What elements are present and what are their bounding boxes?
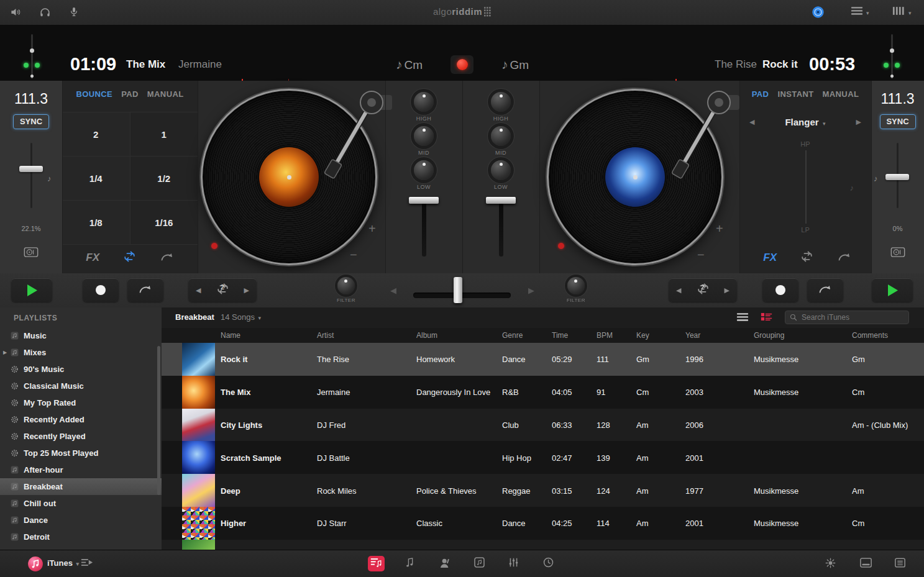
- fx-slider[interactable]: [805, 150, 807, 224]
- artists-icon[interactable]: [439, 557, 451, 571]
- left-level-meter[interactable]: [31, 34, 33, 79]
- tab-bounce[interactable]: BOUNCE: [76, 89, 112, 99]
- bounce-mode-icon[interactable]: [838, 252, 851, 265]
- sidebar-item-recently-played[interactable]: Recently Played: [0, 428, 162, 445]
- table-row[interactable]: City LightsDJ FredClub06:33128Am2006Am -…: [162, 409, 924, 442]
- music-note-icon[interactable]: [405, 557, 414, 570]
- table-row[interactable]: Scratch SampleDJ BattleHip Hop02:47139Am…: [162, 441, 924, 474]
- search-input[interactable]: [800, 312, 904, 322]
- column-header-artist[interactable]: Artist: [317, 331, 334, 340]
- left-bounce-button[interactable]: [127, 278, 163, 302]
- display-icon[interactable]: [860, 558, 872, 570]
- song-count[interactable]: 14 Songs ▾: [221, 312, 261, 322]
- albums-icon[interactable]: [474, 557, 485, 570]
- right-pitch-plus-button[interactable]: +: [716, 222, 723, 235]
- fx-next-icon[interactable]: ▶: [856, 118, 861, 126]
- crossfade-left-icon[interactable]: ◀: [390, 286, 396, 295]
- source-selector[interactable]: iTunes ▾: [47, 558, 79, 568]
- keymatch-note-icon[interactable]: ♪: [874, 174, 878, 183]
- column-header-grouping[interactable]: Grouping: [754, 331, 784, 340]
- sidebar-item-mixes[interactable]: ▶Mixes: [0, 344, 162, 361]
- right-deck-view-icon[interactable]: [890, 247, 905, 260]
- sidebar-item-recently-added[interactable]: Recently Added: [0, 411, 162, 428]
- left-filter-knob[interactable]: FILTER: [337, 277, 355, 303]
- loop-decrease-icon[interactable]: ◀: [193, 286, 203, 294]
- sidebar-item-breakbeat[interactable]: Breakbeat: [0, 478, 162, 495]
- column-header-comments[interactable]: Comments: [852, 331, 888, 340]
- loop-increase-icon[interactable]: ▶: [242, 286, 252, 294]
- tab-manual[interactable]: MANUAL: [147, 89, 184, 99]
- right-tempo-handle[interactable]: [885, 174, 909, 180]
- loop-pad-1-2[interactable]: 1/2: [130, 157, 198, 200]
- tab-manual[interactable]: MANUAL: [823, 89, 859, 99]
- sidebar-item-detroit[interactable]: Detroit: [0, 529, 162, 545]
- fx-mode-icon[interactable]: FX: [86, 252, 99, 264]
- column-header-bpm[interactable]: BPM: [597, 331, 613, 340]
- loop-pad-1[interactable]: 1: [130, 112, 198, 156]
- tab-pad[interactable]: PAD: [752, 89, 769, 99]
- column-header-album[interactable]: Album: [416, 331, 437, 340]
- sidebar-item-chill-out[interactable]: Chill out: [0, 495, 162, 512]
- loop-pad-2[interactable]: 2: [62, 112, 130, 156]
- left-tempo-slider[interactable]: [30, 143, 32, 208]
- volume-fader[interactable]: [482, 197, 519, 259]
- eq-knob-low[interactable]: [491, 160, 511, 180]
- column-header-key[interactable]: Key: [636, 331, 649, 340]
- history-clock-icon[interactable]: [543, 557, 554, 570]
- eq-knob-high[interactable]: [491, 92, 511, 112]
- left-cue-button[interactable]: [83, 278, 119, 302]
- right-cue-button[interactable]: [762, 278, 798, 302]
- queue-icon[interactable]: [895, 558, 905, 570]
- artwork-view-icon[interactable]: [761, 312, 772, 324]
- left-meter-handle[interactable]: [30, 48, 34, 53]
- column-header-year[interactable]: Year: [685, 331, 700, 340]
- sidebar-item-dance[interactable]: Dance: [0, 512, 162, 529]
- eq-knob-mid[interactable]: [414, 126, 434, 146]
- right-pitch-minus-button[interactable]: −: [697, 248, 705, 261]
- brightness-icon[interactable]: [825, 558, 836, 571]
- table-row[interactable]: The MixJermaineDangerously In LoveR&B04:…: [162, 376, 924, 409]
- column-header-name[interactable]: Name: [221, 331, 240, 340]
- tab-pad[interactable]: PAD: [121, 89, 139, 99]
- left-tonearm[interactable]: [314, 84, 395, 192]
- crossfader-handle[interactable]: [454, 277, 462, 303]
- left-play-button[interactable]: [11, 278, 52, 302]
- fx-mode-icon[interactable]: FX: [763, 252, 777, 264]
- right-tonearm[interactable]: [661, 84, 742, 192]
- eq-knob-mid[interactable]: [491, 126, 511, 146]
- bounce-mode-icon[interactable]: [160, 252, 174, 265]
- left-loop-control[interactable]: ◀ 2 ▶: [188, 278, 257, 302]
- table-row[interactable]: DeepRock MilesPolice & ThievesReggae03:1…: [162, 474, 924, 507]
- loop-pad-1-16[interactable]: 1/16: [130, 201, 198, 244]
- loop-pad-1-8[interactable]: 1/8: [62, 201, 130, 244]
- right-filter-knob[interactable]: FILTER: [567, 277, 585, 303]
- right-meter-handle[interactable]: [890, 48, 894, 53]
- sidebar-item-classical-music[interactable]: Classical Music: [0, 378, 162, 394]
- right-deck-key[interactable]: ♪Gm: [501, 57, 529, 72]
- left-deck-key[interactable]: ♪Cm: [396, 57, 423, 72]
- sidebar-scrollbar[interactable]: [157, 346, 160, 495]
- right-loop-control[interactable]: ◀ 2 ▶: [669, 278, 737, 302]
- table-row[interactable]: HigherDJ StarrClassicDance04:25114Am2001…: [162, 507, 924, 540]
- table-row[interactable]: [162, 540, 924, 550]
- right-play-button[interactable]: [872, 278, 913, 302]
- sidebar-item-after-hour[interactable]: After-hour: [0, 461, 162, 478]
- left-pitch-minus-button[interactable]: −: [350, 248, 357, 261]
- loop-pad-1-4[interactable]: 1/4: [62, 157, 130, 200]
- disclosure-icon[interactable]: ▶: [0, 350, 10, 355]
- loop-increase-icon[interactable]: ▶: [722, 286, 732, 294]
- fx-selector[interactable]: Flanger: [785, 117, 818, 127]
- genres-icon[interactable]: [508, 557, 519, 570]
- keymatch-note-icon[interactable]: ♪: [47, 174, 52, 183]
- loop-mode-icon[interactable]: [123, 251, 136, 265]
- tab-instant[interactable]: INSTANT: [777, 89, 813, 99]
- record-button[interactable]: [451, 55, 473, 74]
- column-header-genre[interactable]: Genre: [502, 331, 523, 340]
- left-sync-button[interactable]: SYNC: [13, 114, 49, 129]
- vinyl-mode-icon[interactable]: [812, 6, 825, 21]
- right-loop-icon[interactable]: 2: [697, 283, 710, 297]
- right-level-meter[interactable]: [891, 34, 893, 79]
- eq-knob-high[interactable]: [414, 92, 434, 112]
- songs-view-icon[interactable]: [368, 556, 385, 571]
- automix-icon[interactable]: [81, 558, 93, 570]
